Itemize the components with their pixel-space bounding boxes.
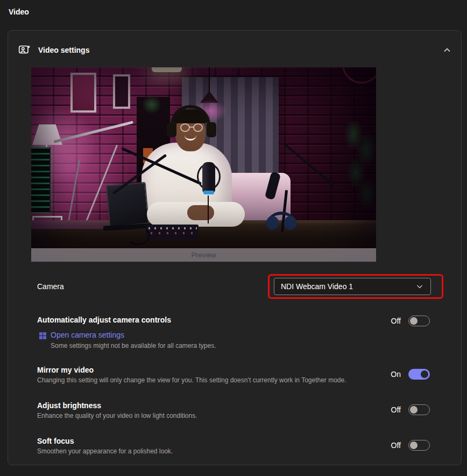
brightness-toggle-group: Off bbox=[391, 404, 430, 415]
brightness-description: Enhance the quality of your video in low… bbox=[37, 412, 197, 419]
soft-focus-toggle[interactable] bbox=[408, 440, 430, 451]
mirror-state-label: On bbox=[391, 370, 401, 379]
soft-focus-description: Smoothen your appearance for a polished … bbox=[37, 447, 173, 455]
open-camera-settings-label: Open camera settings bbox=[51, 331, 124, 339]
toggle-knob bbox=[421, 370, 428, 378]
video-settings-header[interactable]: Video settings bbox=[8, 31, 461, 61]
auto-adjust-description: Some settings might not be available for… bbox=[51, 342, 216, 349]
toggle-knob bbox=[410, 442, 418, 449]
chevron-down-icon bbox=[415, 282, 424, 291]
auto-adjust-toggle-group: Off bbox=[391, 316, 430, 326]
soft-focus-title: Soft focus bbox=[37, 437, 74, 445]
video-settings-page: Video Video settings bbox=[0, 0, 467, 476]
section-title: Video settings bbox=[38, 46, 89, 54]
mirror-toggle[interactable] bbox=[408, 369, 430, 380]
chevron-up-icon[interactable] bbox=[442, 45, 452, 55]
scene-vignette bbox=[31, 67, 376, 262]
windows-icon bbox=[39, 332, 46, 339]
preview-caption-bar: Preview bbox=[31, 248, 376, 262]
auto-adjust-toggle[interactable] bbox=[408, 316, 430, 326]
soft-focus-state-label: Off bbox=[391, 441, 401, 450]
preview-caption: Preview bbox=[191, 251, 216, 259]
video-settings-icon bbox=[18, 43, 32, 57]
camera-label: Camera bbox=[37, 282, 64, 291]
brightness-toggle[interactable] bbox=[408, 404, 430, 415]
mirror-description: Changing this setting will only change t… bbox=[37, 376, 346, 384]
auto-adjust-state-label: Off bbox=[391, 317, 401, 325]
mirror-title: Mirror my video bbox=[37, 366, 94, 374]
mirror-toggle-group: On bbox=[391, 369, 430, 380]
toggle-knob bbox=[410, 317, 418, 325]
camera-select[interactable]: NDI Webcam Video 1 bbox=[274, 278, 431, 295]
soft-focus-toggle-group: Off bbox=[391, 440, 430, 451]
brightness-title: Adjust brightness bbox=[37, 401, 101, 410]
video-settings-panel: Video settings bbox=[8, 30, 462, 465]
auto-adjust-title: Automatically adjust camera controls bbox=[37, 316, 171, 324]
toggle-knob bbox=[410, 406, 418, 414]
brightness-state-label: Off bbox=[391, 405, 401, 414]
page-title: Video bbox=[9, 8, 29, 16]
open-camera-settings-link[interactable]: Open camera settings bbox=[39, 331, 124, 339]
camera-selected-value: NDI Webcam Video 1 bbox=[281, 282, 353, 291]
camera-preview: Preview bbox=[31, 67, 376, 262]
annotation-highlight: NDI Webcam Video 1 bbox=[268, 274, 443, 299]
